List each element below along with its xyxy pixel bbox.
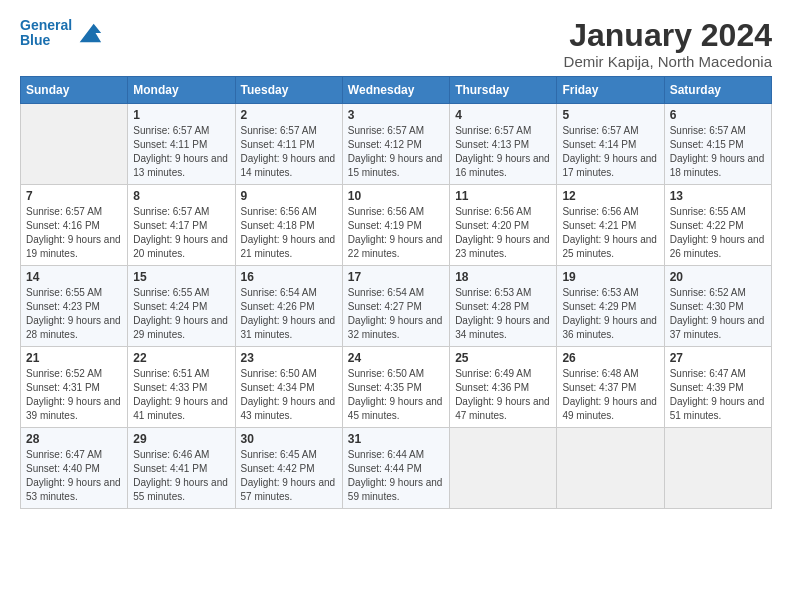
day-number: 1: [133, 108, 229, 122]
calendar-cell: 5Sunrise: 6:57 AMSunset: 4:14 PMDaylight…: [557, 104, 664, 185]
calendar-cell: 19Sunrise: 6:53 AMSunset: 4:29 PMDayligh…: [557, 266, 664, 347]
calendar-cell: 6Sunrise: 6:57 AMSunset: 4:15 PMDaylight…: [664, 104, 771, 185]
day-header: Tuesday: [235, 77, 342, 104]
day-number: 29: [133, 432, 229, 446]
calendar-cell: 13Sunrise: 6:55 AMSunset: 4:22 PMDayligh…: [664, 185, 771, 266]
cell-content: Sunrise: 6:57 AMSunset: 4:11 PMDaylight:…: [133, 124, 229, 180]
day-number: 22: [133, 351, 229, 365]
day-number: 18: [455, 270, 551, 284]
day-header: Monday: [128, 77, 235, 104]
day-number: 10: [348, 189, 444, 203]
calendar-cell: 3Sunrise: 6:57 AMSunset: 4:12 PMDaylight…: [342, 104, 449, 185]
cell-content: Sunrise: 6:50 AMSunset: 4:35 PMDaylight:…: [348, 367, 444, 423]
location-title: Demir Kapija, North Macedonia: [564, 53, 772, 70]
header-row: General Blue January 2024 Demir Kapija, …: [20, 18, 772, 70]
calendar-cell: 4Sunrise: 6:57 AMSunset: 4:13 PMDaylight…: [450, 104, 557, 185]
calendar-cell: 28Sunrise: 6:47 AMSunset: 4:40 PMDayligh…: [21, 428, 128, 509]
day-header: Wednesday: [342, 77, 449, 104]
day-number: 30: [241, 432, 337, 446]
calendar-cell: 23Sunrise: 6:50 AMSunset: 4:34 PMDayligh…: [235, 347, 342, 428]
cell-content: Sunrise: 6:55 AMSunset: 4:24 PMDaylight:…: [133, 286, 229, 342]
calendar-cell: 26Sunrise: 6:48 AMSunset: 4:37 PMDayligh…: [557, 347, 664, 428]
cell-content: Sunrise: 6:53 AMSunset: 4:29 PMDaylight:…: [562, 286, 658, 342]
calendar-cell: [450, 428, 557, 509]
day-header: Sunday: [21, 77, 128, 104]
day-number: 14: [26, 270, 122, 284]
cell-content: Sunrise: 6:50 AMSunset: 4:34 PMDaylight:…: [241, 367, 337, 423]
day-number: 6: [670, 108, 766, 122]
cell-content: Sunrise: 6:57 AMSunset: 4:11 PMDaylight:…: [241, 124, 337, 180]
day-number: 8: [133, 189, 229, 203]
cell-content: Sunrise: 6:57 AMSunset: 4:13 PMDaylight:…: [455, 124, 551, 180]
calendar-body: 1Sunrise: 6:57 AMSunset: 4:11 PMDaylight…: [21, 104, 772, 509]
day-number: 31: [348, 432, 444, 446]
cell-content: Sunrise: 6:56 AMSunset: 4:18 PMDaylight:…: [241, 205, 337, 261]
day-number: 25: [455, 351, 551, 365]
day-number: 12: [562, 189, 658, 203]
day-number: 24: [348, 351, 444, 365]
logo: General Blue: [20, 18, 103, 49]
calendar-cell: 15Sunrise: 6:55 AMSunset: 4:24 PMDayligh…: [128, 266, 235, 347]
calendar-cell: 30Sunrise: 6:45 AMSunset: 4:42 PMDayligh…: [235, 428, 342, 509]
calendar-week-row: 21Sunrise: 6:52 AMSunset: 4:31 PMDayligh…: [21, 347, 772, 428]
calendar-cell: [21, 104, 128, 185]
day-number: 9: [241, 189, 337, 203]
cell-content: Sunrise: 6:48 AMSunset: 4:37 PMDaylight:…: [562, 367, 658, 423]
calendar-cell: [557, 428, 664, 509]
day-number: 11: [455, 189, 551, 203]
calendar-week-row: 14Sunrise: 6:55 AMSunset: 4:23 PMDayligh…: [21, 266, 772, 347]
calendar-cell: 17Sunrise: 6:54 AMSunset: 4:27 PMDayligh…: [342, 266, 449, 347]
cell-content: Sunrise: 6:46 AMSunset: 4:41 PMDaylight:…: [133, 448, 229, 504]
title-block: January 2024 Demir Kapija, North Macedon…: [564, 18, 772, 70]
day-number: 28: [26, 432, 122, 446]
svg-marker-0: [80, 24, 101, 43]
cell-content: Sunrise: 6:47 AMSunset: 4:40 PMDaylight:…: [26, 448, 122, 504]
day-number: 13: [670, 189, 766, 203]
day-number: 27: [670, 351, 766, 365]
cell-content: Sunrise: 6:56 AMSunset: 4:21 PMDaylight:…: [562, 205, 658, 261]
day-number: 21: [26, 351, 122, 365]
calendar-cell: 8Sunrise: 6:57 AMSunset: 4:17 PMDaylight…: [128, 185, 235, 266]
calendar-cell: 14Sunrise: 6:55 AMSunset: 4:23 PMDayligh…: [21, 266, 128, 347]
cell-content: Sunrise: 6:56 AMSunset: 4:20 PMDaylight:…: [455, 205, 551, 261]
day-number: 3: [348, 108, 444, 122]
cell-content: Sunrise: 6:57 AMSunset: 4:12 PMDaylight:…: [348, 124, 444, 180]
header-row-days: SundayMondayTuesdayWednesdayThursdayFrid…: [21, 77, 772, 104]
day-number: 2: [241, 108, 337, 122]
calendar-cell: 2Sunrise: 6:57 AMSunset: 4:11 PMDaylight…: [235, 104, 342, 185]
cell-content: Sunrise: 6:45 AMSunset: 4:42 PMDaylight:…: [241, 448, 337, 504]
logo-icon: [75, 19, 103, 47]
day-number: 26: [562, 351, 658, 365]
cell-content: Sunrise: 6:56 AMSunset: 4:19 PMDaylight:…: [348, 205, 444, 261]
calendar-cell: 22Sunrise: 6:51 AMSunset: 4:33 PMDayligh…: [128, 347, 235, 428]
day-number: 15: [133, 270, 229, 284]
day-header: Saturday: [664, 77, 771, 104]
calendar-cell: 27Sunrise: 6:47 AMSunset: 4:39 PMDayligh…: [664, 347, 771, 428]
cell-content: Sunrise: 6:57 AMSunset: 4:14 PMDaylight:…: [562, 124, 658, 180]
day-number: 7: [26, 189, 122, 203]
day-number: 4: [455, 108, 551, 122]
cell-content: Sunrise: 6:55 AMSunset: 4:22 PMDaylight:…: [670, 205, 766, 261]
cell-content: Sunrise: 6:52 AMSunset: 4:30 PMDaylight:…: [670, 286, 766, 342]
cell-content: Sunrise: 6:52 AMSunset: 4:31 PMDaylight:…: [26, 367, 122, 423]
calendar-cell: 10Sunrise: 6:56 AMSunset: 4:19 PMDayligh…: [342, 185, 449, 266]
cell-content: Sunrise: 6:54 AMSunset: 4:26 PMDaylight:…: [241, 286, 337, 342]
calendar-week-row: 7Sunrise: 6:57 AMSunset: 4:16 PMDaylight…: [21, 185, 772, 266]
day-number: 20: [670, 270, 766, 284]
day-number: 16: [241, 270, 337, 284]
calendar-cell: 1Sunrise: 6:57 AMSunset: 4:11 PMDaylight…: [128, 104, 235, 185]
calendar-cell: 7Sunrise: 6:57 AMSunset: 4:16 PMDaylight…: [21, 185, 128, 266]
day-header: Friday: [557, 77, 664, 104]
calendar-cell: 11Sunrise: 6:56 AMSunset: 4:20 PMDayligh…: [450, 185, 557, 266]
calendar-cell: 12Sunrise: 6:56 AMSunset: 4:21 PMDayligh…: [557, 185, 664, 266]
cell-content: Sunrise: 6:57 AMSunset: 4:15 PMDaylight:…: [670, 124, 766, 180]
calendar-week-row: 28Sunrise: 6:47 AMSunset: 4:40 PMDayligh…: [21, 428, 772, 509]
calendar-cell: 25Sunrise: 6:49 AMSunset: 4:36 PMDayligh…: [450, 347, 557, 428]
cell-content: Sunrise: 6:54 AMSunset: 4:27 PMDaylight:…: [348, 286, 444, 342]
calendar-cell: 21Sunrise: 6:52 AMSunset: 4:31 PMDayligh…: [21, 347, 128, 428]
calendar-cell: [664, 428, 771, 509]
logo-text: General Blue: [20, 18, 72, 49]
calendar-table: SundayMondayTuesdayWednesdayThursdayFrid…: [20, 76, 772, 509]
calendar-cell: 20Sunrise: 6:52 AMSunset: 4:30 PMDayligh…: [664, 266, 771, 347]
cell-content: Sunrise: 6:57 AMSunset: 4:16 PMDaylight:…: [26, 205, 122, 261]
